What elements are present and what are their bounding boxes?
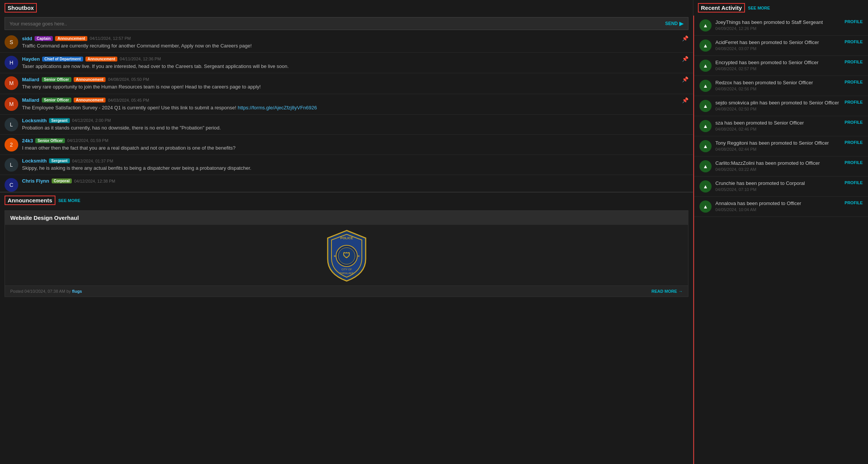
message-time: 04/12/2024, 01:37 PM [72, 159, 113, 163]
rank-badge: Sergeant [49, 118, 70, 123]
activity-icon: ▲ [699, 80, 712, 92]
activity-text: Redzox has been promoted to Senior Offic… [715, 80, 841, 85]
activity-icon: ▲ [699, 140, 712, 152]
recent-activity-header: Recent Activity SEE MORE [693, 0, 868, 16]
message-username[interactable]: Locksmith [22, 158, 47, 164]
profile-button[interactable]: PROFILE [844, 120, 863, 125]
activity-text: sza has been promoted to Senior Officer [715, 120, 841, 126]
svg-text:CITY OF: CITY OF [341, 268, 352, 271]
message-username[interactable]: Mallard [22, 77, 39, 82]
svg-text:★: ★ [333, 254, 336, 258]
send-arrow-icon: ▶ [679, 21, 683, 27]
rank-badge: Chief of Department [42, 57, 83, 62]
activity-text: Tony Reggitoni has been promoted to Seni… [715, 140, 841, 146]
avatar: C [5, 178, 18, 192]
send-button[interactable]: SEND ▶ [665, 21, 683, 27]
activity-time: 04/08/2024, 02:44 PM [715, 147, 841, 152]
profile-button[interactable]: PROFILE [844, 100, 863, 104]
announcement-author[interactable]: flugs [72, 289, 82, 294]
rank-badge: Announcement [85, 57, 118, 62]
read-more-button[interactable]: READ MORE → [652, 289, 683, 294]
shoutbox-messages: SsiddCaptainAnnouncement04/11/2024, 12:5… [0, 32, 693, 192]
message-item: HHaydenChief of DepartmentAnnouncement04… [0, 53, 693, 73]
activity-time: 04/08/2024, 02:57 PM [715, 66, 841, 71]
activity-icon: ▲ [699, 39, 712, 52]
message-text: I mean other then the fact that you are … [22, 145, 688, 152]
activity-item: ▲Redzox has been promoted to Senior Offi… [694, 76, 868, 96]
message-input-area: SEND ▶ [5, 17, 688, 30]
pin-icon: 📌 [682, 35, 688, 41]
message-username[interactable]: Locksmith [22, 118, 47, 123]
message-item: LLocksmithSergeant04/12/2024, 01:37 PMSk… [0, 155, 693, 175]
recent-activity-list: ▲JoeyThings has been promoted to Staff S… [693, 16, 868, 464]
profile-button[interactable]: PROFILE [844, 200, 863, 205]
recent-activity-see-more[interactable]: SEE MORE [748, 6, 770, 10]
message-time: 04/12/2024, 2:00 PM [72, 118, 111, 123]
message-item: LLocksmithSergeant04/12/2024, 2:00 PMPro… [0, 115, 693, 135]
avatar: H [5, 56, 18, 69]
message-text: Skippy, he is asking is there any actual… [22, 165, 688, 172]
message-text: Probation as it stands currently, has no… [22, 125, 688, 131]
message-link[interactable]: https://forms.gle/AjecZfzj8yVFn6926 [238, 105, 317, 110]
activity-text: AcidFerret has been promoted to Senior O… [715, 39, 841, 45]
announcement-meta: Posted 04/10/2024, 07:38 AM by flugs [10, 289, 82, 294]
announcements-section: Announcements SEE MORE Website Design Ov… [0, 192, 693, 300]
activity-text: Crunchie has been promoted to Corporal [715, 180, 841, 186]
recent-activity-title: Recent Activity [698, 3, 745, 13]
rank-badge: Announcement [55, 36, 87, 41]
message-input[interactable] [9, 21, 665, 27]
profile-button[interactable]: PROFILE [844, 140, 863, 145]
activity-text: Annalova has been promoted to Officer [715, 200, 841, 206]
message-item: CChris FlynnCorporal04/12/2024, 12:38 PM [0, 175, 693, 192]
profile-button[interactable]: PROFILE [844, 60, 863, 64]
announcements-title: Announcements [5, 196, 55, 205]
avatar: M [5, 97, 18, 111]
avatar: S [5, 35, 18, 49]
activity-icon: ▲ [699, 19, 712, 32]
rank-badge: Sergeant [49, 158, 70, 163]
activity-time: 04/08/2024, 02:50 PM [715, 107, 841, 111]
message-username[interactable]: Hayden [22, 56, 40, 62]
message-time: 04/08/2024, 05:50 PM [108, 77, 149, 82]
message-time: 04/12/2024, 01:59 PM [67, 138, 108, 143]
announcement-title: Website Design Overhaul [5, 211, 688, 225]
activity-item: ▲sza has been promoted to Senior Officer… [694, 116, 868, 136]
profile-button[interactable]: PROFILE [844, 39, 863, 44]
rank-badge: Announcement [74, 98, 106, 103]
avatar: L [5, 158, 18, 172]
activity-text: sejdo smokvica plin has been promoted to… [715, 100, 841, 106]
activity-item: ▲sejdo smokvica plin has been promoted t… [694, 96, 868, 116]
announcement-card: Website Design Overhaul POLICE CITY OF P… [5, 210, 688, 297]
activity-icon: ▲ [699, 120, 712, 132]
police-badge-icon: POLICE CITY OF PARALAKE 🛡 ★ ★ [324, 229, 369, 282]
profile-button[interactable]: PROFILE [844, 160, 863, 165]
pin-icon: 📌 [682, 56, 688, 62]
activity-icon: ▲ [699, 180, 712, 193]
pin-icon: 📌 [682, 97, 688, 103]
profile-button[interactable]: PROFILE [844, 19, 863, 24]
rank-badge: Senior Officer [42, 77, 71, 82]
activity-item: ▲Annalova has been promoted to Officer04… [694, 197, 868, 217]
message-username[interactable]: sidd [22, 36, 32, 41]
activity-icon: ▲ [699, 60, 712, 72]
message-time: 04/11/2024, 12:57 PM [90, 36, 131, 41]
activity-icon: ▲ [699, 160, 712, 172]
activity-item: ▲Crunchie has been promoted to Corporal0… [694, 177, 868, 197]
message-username[interactable]: Chris Flynn [22, 178, 49, 184]
profile-button[interactable]: PROFILE [844, 80, 863, 84]
message-text: The very rare opportunity to join the Hu… [22, 84, 688, 90]
activity-time: 04/06/2024, 03:22 AM [715, 167, 841, 172]
activity-text: Carlito:MazzZolini has been promoted to … [715, 160, 841, 166]
announcements-see-more[interactable]: SEE MORE [58, 198, 80, 203]
activity-time: 04/08/2024, 02:46 PM [715, 127, 841, 131]
activity-icon: ▲ [699, 100, 712, 112]
message-username[interactable]: 24k3 [22, 138, 33, 144]
message-username[interactable]: Mallard [22, 97, 39, 103]
message-time: 04/11/2024, 12:36 PM [120, 57, 161, 61]
message-item: 224k3Senior Officer04/12/2024, 01:59 PMI… [0, 135, 693, 155]
avatar: 2 [5, 138, 18, 152]
profile-button[interactable]: PROFILE [844, 180, 863, 185]
activity-item: ▲Encrypted has been promoted to Senior O… [694, 56, 868, 76]
activity-text: JoeyThings has been promoted to Staff Se… [715, 19, 841, 25]
message-text: The Employee Satisfaction Survey - 2024 … [22, 104, 688, 111]
